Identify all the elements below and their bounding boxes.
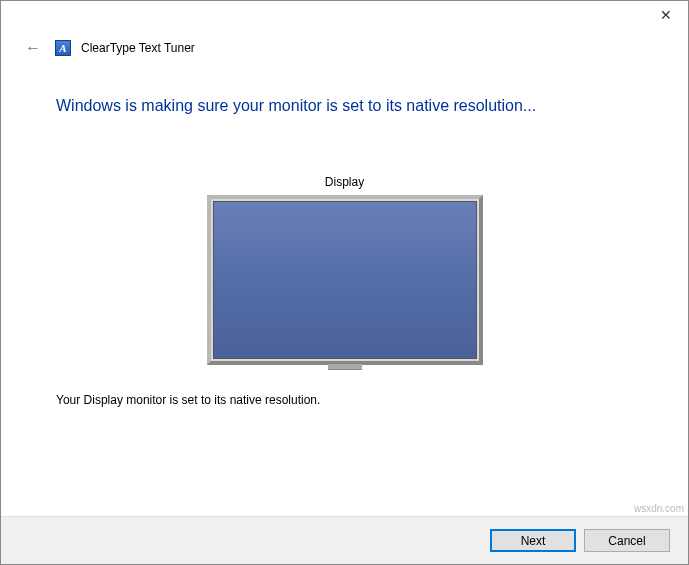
next-button[interactable]: Next xyxy=(490,529,576,552)
display-label: Display xyxy=(56,175,633,189)
status-text: Your Display monitor is set to its nativ… xyxy=(56,393,633,407)
window-title: ClearType Text Tuner xyxy=(81,41,195,55)
titlebar: ✕ xyxy=(1,1,688,29)
cancel-button[interactable]: Cancel xyxy=(584,529,670,552)
wizard-header: ← A ClearType Text Tuner xyxy=(1,29,688,77)
app-icon: A xyxy=(55,40,71,56)
close-icon: ✕ xyxy=(660,7,672,23)
page-heading: Windows is making sure your monitor is s… xyxy=(56,97,633,115)
back-arrow-icon[interactable]: ← xyxy=(21,37,45,59)
monitor-icon xyxy=(207,195,483,365)
close-button[interactable]: ✕ xyxy=(643,1,688,29)
display-preview-area: Display xyxy=(56,175,633,365)
watermark: wsxdn.com xyxy=(634,503,684,514)
content-area: Windows is making sure your monitor is s… xyxy=(1,77,688,407)
wizard-footer: Next Cancel xyxy=(1,516,688,564)
